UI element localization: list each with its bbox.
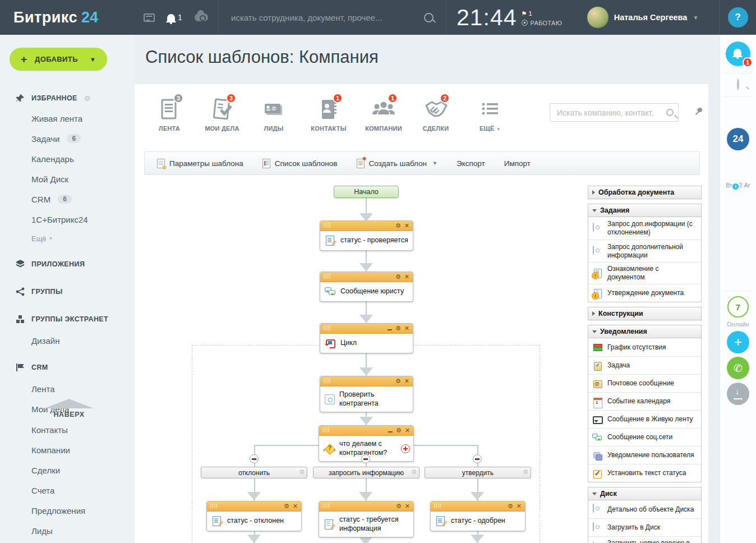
sidebar-item-crm-leads[interactable]: Лиды <box>0 523 135 538</box>
global-search-input[interactable] <box>231 13 411 22</box>
close-icon[interactable]: ✕ <box>293 503 298 509</box>
branch-reject[interactable]: отклонить⚙ <box>201 467 307 478</box>
gear-icon[interactable]: ⚙ <box>395 223 401 229</box>
gear-icon[interactable]: ⚙ <box>395 378 401 384</box>
close-icon[interactable]: ✕ <box>404 378 409 384</box>
panel-item-request-info-reject[interactable]: Запрос доп.информации (с отклонением) <box>588 217 701 240</box>
branch-approve[interactable]: утвердить⚙ <box>425 467 531 478</box>
grip-icon[interactable]: |||| <box>322 427 330 432</box>
branch-request-info[interactable]: запросить информацию⚙ <box>313 467 420 478</box>
close-icon[interactable]: ✕ <box>404 325 409 332</box>
pin-icon[interactable] <box>693 107 704 118</box>
gear-icon[interactable]: ⚙ <box>395 274 401 280</box>
sidebar-item-1c-bitrix24[interactable]: 1С+Битрикс24 <box>0 212 135 227</box>
close-icon[interactable]: ✕ <box>404 223 409 229</box>
sidebar-item-crm-feed[interactable]: Лента <box>0 381 135 396</box>
panel-section-disk[interactable]: Диск <box>588 487 702 500</box>
notifications-button[interactable]: 1 <box>167 13 182 22</box>
grip-icon[interactable]: |||| <box>324 325 331 330</box>
rail-search-button[interactable] <box>737 79 739 90</box>
work-status[interactable]: РАБОТАЮ <box>522 20 563 26</box>
flow-node-check-contractor[interactable]: |||| ⚙✕ Проверить контрагента <box>320 376 413 412</box>
gear-icon[interactable]: ⚙ <box>299 468 305 476</box>
panel-item-approve-document[interactable]: Утверждение документа <box>588 284 701 302</box>
tab-contacts[interactable]: 1 КОНТАКТЫ <box>302 96 356 132</box>
panel-item-upload-to-disk[interactable]: Загрузить в Диск <box>588 518 701 536</box>
panel-item-user-notification[interactable]: Уведомление пользователя <box>588 446 701 464</box>
flow-node-status-info[interactable]: |||| ⚙✕ статус - требуется информация <box>319 501 414 537</box>
sidebar-section-crm[interactable]: CRM <box>0 360 135 375</box>
gear-icon[interactable]: ⚙ <box>395 325 401 332</box>
gear-icon[interactable]: ⚙ <box>508 503 513 509</box>
collapse-branch-button[interactable] <box>361 454 370 463</box>
worktime-widget[interactable]: 21:44 ⚑ 1 РАБОТАЮ <box>446 0 566 35</box>
add-button[interactable]: + ДОБАВИТЬ ▼ <box>10 48 107 71</box>
gear-icon[interactable]: ⚙ <box>523 468 528 476</box>
tab-deals[interactable]: 2 СДЕЛКИ <box>409 96 463 132</box>
sidebar-item-tasks[interactable]: Задачи 6 <box>0 131 135 146</box>
grip-icon[interactable]: |||| <box>324 274 331 279</box>
template-list-button[interactable]: Список шаблонов <box>262 159 338 168</box>
gear-icon[interactable]: ⚙ <box>411 468 417 476</box>
sidebar-section-groups[interactable]: ГРУППЫ <box>0 284 135 299</box>
rail-phone-button[interactable]: ✆ <box>727 357 749 379</box>
sidebar-item-crm-contacts[interactable]: Контакты <box>0 422 135 437</box>
gear-icon[interactable]: ⚙ <box>284 503 289 509</box>
add-branch-button[interactable] <box>401 444 410 453</box>
gear-icon[interactable]: ⚙ <box>396 503 402 509</box>
sidebar-item-calendar[interactable]: Календарь <box>0 151 135 166</box>
sidebar-item-more[interactable]: Ещё▼ <box>0 231 135 246</box>
tab-my-deals[interactable]: 3 МОИ ДЕЛА <box>195 96 249 132</box>
panel-item-task[interactable]: Задача <box>588 356 701 374</box>
export-button[interactable]: Экспорт <box>457 159 485 168</box>
logo[interactable]: Битрикс 24 <box>0 0 135 35</box>
tab-feed[interactable]: 3 ЛЕНТА <box>142 96 196 132</box>
panel-item-review-document[interactable]: Ознакомление с документом <box>588 262 701 284</box>
search-icon[interactable] <box>666 109 674 116</box>
rail-notifications-button[interactable]: 1 <box>726 42 750 66</box>
panel-section-document-processing[interactable]: Обработка документа <box>588 186 702 199</box>
close-icon[interactable]: ✕ <box>404 274 409 280</box>
template-params-button[interactable]: Параметры шаблона <box>157 159 243 168</box>
panel-item-mail-message[interactable]: Почтовое сообщение <box>588 374 701 392</box>
disk-cloud-button[interactable] <box>195 13 208 21</box>
grip-icon[interactable]: |||| <box>324 378 331 383</box>
messenger-button[interactable] <box>144 13 155 22</box>
back-to-top-button[interactable]: НАВЕРХ <box>33 399 105 418</box>
flow-node-message-lawyer[interactable]: |||| ⚙✕ Сообщение юристу <box>320 272 413 302</box>
flow-node-status-check[interactable]: |||| ⚙✕ статус - проверяется <box>320 220 413 251</box>
import-button[interactable]: Импорт <box>504 159 531 168</box>
gear-icon[interactable]: ⚙ <box>84 94 91 103</box>
rail-download-button[interactable] <box>727 383 749 405</box>
sidebar-item-live-feed[interactable]: Живая лента <box>0 111 135 126</box>
grip-icon[interactable]: |||| <box>434 503 441 508</box>
panel-section-tasks[interactable]: Задания <box>588 204 702 217</box>
help-button[interactable]: ? <box>728 7 748 27</box>
grip-icon[interactable]: |||| <box>210 503 218 508</box>
gear-icon[interactable]: ⚙ <box>396 427 402 434</box>
rail-chat24-button[interactable]: 24 <box>727 128 749 150</box>
sidebar-item-crm-quotes[interactable]: Предложения <box>0 503 135 518</box>
sidebar-section-extranet[interactable]: ГРУППЫ ЭКСТРАНЕТ <box>0 312 135 326</box>
panel-item-disk-object-details[interactable]: Детально об объекте Диска <box>588 500 701 518</box>
user-menu[interactable]: Наталья Сергеева ▼ <box>566 0 719 35</box>
rail-invite-button[interactable]: + <box>727 331 749 353</box>
tab-leads[interactable]: @ ЛИДЫ <box>247 96 301 132</box>
sidebar-item-crm-invoices[interactable]: Счета <box>0 483 135 498</box>
sidebar-section-apps[interactable]: ПРИЛОЖЕНИЯ <box>0 257 135 272</box>
sidebar-item-my-disk[interactable]: Мой Диск <box>0 172 135 186</box>
flow-node-cycle[interactable]: |||| ⚙✕ Цикл <box>320 323 413 353</box>
panel-item-request-info[interactable]: Запрос дополнительной информации <box>588 240 701 262</box>
panel-item-calendar-event[interactable]: Событие календаря <box>588 392 701 410</box>
panel-section-constructions[interactable]: Конструкции <box>588 307 702 320</box>
tab-more[interactable]: ЕЩЁ ▼ <box>463 96 517 132</box>
grip-icon[interactable]: |||| <box>324 223 331 228</box>
sidebar-item-crm[interactable]: CRM 6 <box>0 192 135 206</box>
collapse-branch-button[interactable] <box>473 454 482 463</box>
minimize-icon[interactable] <box>388 431 393 432</box>
create-template-button[interactable]: Создать шаблон ▼ <box>357 159 437 168</box>
search-icon[interactable] <box>424 13 434 22</box>
flow-node-status-rejected[interactable]: |||| ⚙✕ статус - отклонен <box>206 501 302 531</box>
grip-icon[interactable]: |||| <box>322 503 330 508</box>
crm-search-input[interactable] <box>557 108 666 117</box>
